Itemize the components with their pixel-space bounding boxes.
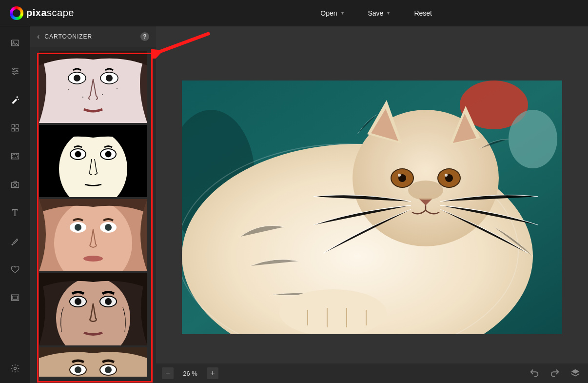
cartoon-preset-3[interactable] bbox=[39, 199, 147, 271]
svg-point-51 bbox=[105, 366, 112, 373]
svg-point-33 bbox=[105, 151, 112, 158]
svg-point-40 bbox=[83, 256, 103, 262]
svg-point-15 bbox=[14, 183, 17, 186]
svg-point-26 bbox=[102, 94, 103, 95]
cartoon-preset-1[interactable] bbox=[39, 51, 147, 123]
svg-rect-9 bbox=[16, 124, 18, 127]
help-icon[interactable]: ? bbox=[140, 32, 149, 41]
canvas-viewport[interactable] bbox=[156, 26, 588, 363]
svg-point-24 bbox=[68, 89, 69, 90]
effects-tool-icon[interactable] bbox=[9, 94, 21, 105]
side-panel: ‹ CARTOONIZER ? bbox=[30, 26, 156, 383]
top-menu: Open ▾ Save ▾ Reset bbox=[320, 9, 432, 17]
svg-rect-11 bbox=[16, 129, 18, 131]
svg-point-66 bbox=[445, 174, 448, 177]
svg-point-18 bbox=[14, 367, 16, 370]
svg-point-68 bbox=[279, 289, 387, 334]
open-label: Open bbox=[320, 9, 337, 17]
svg-point-38 bbox=[75, 224, 81, 231]
svg-point-50 bbox=[75, 366, 81, 373]
svg-point-25 bbox=[82, 97, 83, 98]
svg-point-27 bbox=[117, 88, 118, 89]
svg-point-23 bbox=[106, 75, 113, 81]
cartoon-preset-2[interactable] bbox=[39, 125, 147, 197]
main-image bbox=[182, 81, 562, 334]
svg-point-7 bbox=[13, 73, 15, 74]
border-tool-icon[interactable] bbox=[9, 150, 21, 162]
zoom-in-button[interactable]: + bbox=[207, 367, 218, 379]
brush-tool-icon[interactable] bbox=[9, 235, 21, 247]
svg-point-54 bbox=[509, 110, 557, 168]
svg-point-46 bbox=[105, 298, 112, 305]
svg-rect-14 bbox=[11, 182, 19, 188]
zoom-out-button[interactable]: − bbox=[162, 367, 174, 379]
open-menu[interactable]: Open ▾ bbox=[320, 9, 343, 17]
canvas-area: − 26 % + bbox=[156, 26, 588, 383]
image-tool-icon[interactable] bbox=[9, 37, 21, 49]
tool-rail: T bbox=[0, 26, 30, 383]
svg-point-6 bbox=[16, 70, 17, 72]
cartoon-preset-4[interactable] bbox=[39, 273, 147, 345]
undo-icon[interactable] bbox=[528, 368, 541, 379]
svg-point-67 bbox=[408, 181, 443, 200]
svg-point-62 bbox=[398, 174, 401, 177]
preset-list bbox=[30, 47, 156, 383]
adjust-tool-icon[interactable] bbox=[9, 65, 21, 77]
svg-point-39 bbox=[105, 224, 112, 231]
camera-tool-icon[interactable] bbox=[9, 179, 21, 190]
reset-button[interactable]: Reset bbox=[414, 9, 432, 17]
save-label: Save bbox=[368, 9, 384, 17]
frame-tool-icon[interactable] bbox=[9, 292, 21, 303]
app-logo[interactable]: pixascape bbox=[10, 6, 74, 20]
chevron-down-icon: ▾ bbox=[387, 10, 390, 16]
cartoon-preset-5[interactable] bbox=[39, 347, 147, 377]
redo-icon[interactable] bbox=[548, 368, 562, 379]
svg-rect-13 bbox=[13, 155, 18, 158]
bottom-bar: − 26 % + bbox=[156, 363, 588, 383]
svg-rect-8 bbox=[12, 124, 14, 127]
settings-icon[interactable] bbox=[9, 363, 21, 374]
text-tool-icon[interactable]: T bbox=[9, 207, 21, 219]
panel-title: CARTOONIZER bbox=[44, 33, 136, 40]
back-icon[interactable]: ‹ bbox=[37, 32, 39, 41]
svg-rect-17 bbox=[13, 296, 18, 300]
layers-icon[interactable] bbox=[568, 368, 582, 379]
panel-header: ‹ CARTOONIZER ? bbox=[30, 26, 156, 47]
svg-point-5 bbox=[13, 68, 14, 69]
top-bar: pixascape Open ▾ Save ▾ Reset bbox=[0, 0, 588, 26]
svg-point-22 bbox=[74, 75, 80, 81]
heart-tool-icon[interactable] bbox=[9, 263, 21, 275]
work-area: T ‹ CARTOONIZER ? bbox=[0, 26, 588, 383]
svg-rect-10 bbox=[12, 129, 14, 131]
svg-point-32 bbox=[75, 151, 81, 158]
logo-text: pixascape bbox=[26, 7, 74, 19]
svg-point-45 bbox=[75, 298, 81, 305]
zoom-level: 26 % bbox=[180, 370, 200, 377]
grid-tool-icon[interactable] bbox=[9, 122, 21, 134]
save-menu[interactable]: Save ▾ bbox=[368, 9, 390, 17]
logo-icon bbox=[10, 6, 23, 20]
chevron-down-icon: ▾ bbox=[341, 10, 344, 16]
